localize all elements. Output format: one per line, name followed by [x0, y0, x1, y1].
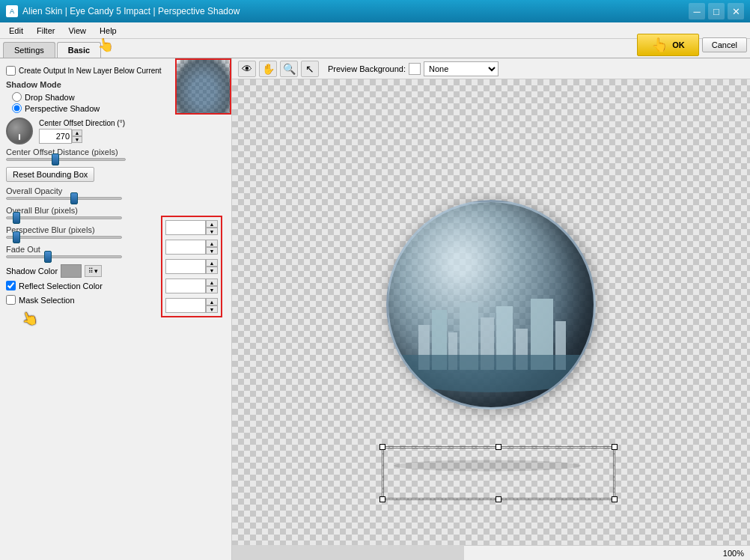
center-offset-direction-label: Center Offset Direction (°)	[39, 119, 125, 127]
fo-spin-up[interactable]: ▲	[206, 298, 218, 305]
selection-right	[614, 447, 615, 499]
overall-blur-spin: 0.00 ▲ ▼	[165, 259, 218, 274]
ob-spin-down[interactable]: ▼	[206, 267, 218, 274]
menu-filter[interactable]: Filter	[31, 25, 61, 37]
bottom-hand-icon: 👆	[19, 308, 40, 329]
overall-opacity-label: Overall Opacity	[6, 186, 225, 195]
handle-bl[interactable]	[379, 496, 385, 502]
maximize-button[interactable]: □	[708, 3, 725, 19]
overall-opacity-thumb[interactable]	[70, 192, 78, 204]
cod-spin-up[interactable]: ▲	[206, 220, 218, 228]
arrow-tool-button[interactable]: ↖	[301, 61, 319, 77]
handle-tr[interactable]	[612, 444, 618, 450]
eye-tool-button[interactable]: 👁	[238, 61, 256, 77]
fishbowl-container	[379, 200, 603, 454]
oo-spin-up[interactable]: ▲	[206, 240, 218, 247]
main-area: Create Output In New Layer Below Current…	[0, 58, 750, 560]
drop-shadow-radio[interactable]	[12, 92, 22, 102]
ob-spin-up[interactable]: ▲	[206, 259, 218, 267]
center-offset-distance-thumb[interactable]	[52, 153, 59, 165]
preview-bg-select[interactable]: None Black White Custom...	[424, 61, 499, 76]
direction-knob[interactable]	[6, 118, 33, 144]
center-offset-distance-label: Center Offset Distance (pixels)	[6, 147, 225, 156]
thumbnail	[175, 58, 231, 115]
zoom-level: 100%	[723, 549, 744, 558]
tab-settings[interactable]: Settings	[3, 42, 55, 58]
perspective-shadow-label: Perspective Shadow	[25, 104, 100, 113]
overall-opacity-track[interactable]	[6, 197, 122, 200]
close-button[interactable]: ✕	[728, 3, 744, 19]
reset-bounding-box-button[interactable]: Reset Bounding Box	[6, 167, 94, 182]
ok-button[interactable]: 👆 OK	[637, 34, 699, 56]
overall-opacity-value[interactable]: 60	[165, 240, 206, 255]
reflect-selection-color-checkbox[interactable]	[6, 281, 16, 290]
handle-br[interactable]	[612, 496, 618, 502]
create-layer-label: Create Output In New Layer Below Current	[19, 67, 162, 75]
center-offset-direction-row: Center Offset Direction (°) ▲ ▼	[6, 118, 225, 144]
perspective-blur-track[interactable]	[6, 236, 122, 239]
overall-blur-thumb[interactable]	[13, 212, 20, 224]
left-panel: Create Output In New Layer Below Current…	[0, 58, 232, 560]
reflect-selection-color-label: Reflect Selection Color	[19, 281, 103, 290]
drop-shadow-label: Drop Shadow	[25, 93, 75, 102]
pb-spin-down[interactable]: ▼	[206, 286, 218, 293]
title-bar: A Alien Skin | Eye Candy 5 Impact | Pers…	[0, 0, 750, 22]
chevron-down-icon: ▾	[94, 267, 98, 275]
perspective-blur-thumb[interactable]	[13, 231, 20, 243]
app-icon: A	[6, 5, 18, 17]
spin-inputs-box: 134.00 ▲ ▼ 60 ▲ ▼ 0.00 ▲ ▼	[161, 216, 222, 317]
right-panel: 👁 ✋ 🔍 ↖ Preview Background: None Black W…	[232, 58, 750, 560]
direction-spin-up[interactable]: ▲	[72, 130, 82, 136]
preview-bg-swatch[interactable]	[409, 63, 421, 75]
shadow-color-swatch[interactable]	[61, 264, 82, 278]
preview-canvas	[232, 79, 750, 545]
handle-tl[interactable]	[379, 444, 385, 450]
fo-spin-down[interactable]: ▼	[206, 305, 218, 313]
handle-tm[interactable]	[496, 444, 501, 450]
color-grid-button[interactable]: ⠿ ▾	[85, 265, 102, 277]
overall-blur-value[interactable]: 0.00	[165, 259, 206, 274]
zoom-tool-button[interactable]: 🔍	[280, 61, 298, 77]
thumbnail-image	[177, 60, 230, 113]
selection-left	[382, 447, 383, 499]
handle-bm[interactable]	[496, 496, 501, 502]
fade-out-track[interactable]	[6, 255, 122, 258]
status-bar: 100%	[464, 545, 750, 560]
selection-box-container	[382, 447, 615, 499]
hand-tool-button[interactable]: ✋	[259, 61, 277, 77]
fishbowl-glass	[386, 200, 596, 410]
fade-out-thumb[interactable]	[44, 251, 52, 263]
overall-blur-track[interactable]	[6, 216, 122, 219]
overall-opacity-row: Overall Opacity	[6, 186, 225, 200]
perspective-blur-value[interactable]: 0.00	[165, 279, 206, 293]
overall-opacity-spin: 60 ▲ ▼	[165, 240, 218, 255]
ok-cursor-icon: 👆	[651, 37, 668, 53]
menu-help[interactable]: Help	[94, 25, 123, 37]
perspective-blur-spin: 0.00 ▲ ▼	[165, 279, 218, 293]
direction-spin-down[interactable]: ▼	[72, 136, 82, 143]
tab-bar: Settings Basic 👆 👆 OK Cancel	[0, 39, 750, 58]
cancel-button[interactable]: Cancel	[702, 37, 747, 52]
cod-spin-down[interactable]: ▼	[206, 228, 218, 235]
tab-cursor-hint: 👆	[96, 35, 115, 54]
center-offset-direction-input[interactable]	[39, 129, 72, 144]
minimize-button[interactable]: ─	[689, 3, 705, 19]
shadow-color-label: Shadow Color	[6, 267, 58, 276]
center-offset-distance-spin: 134.00 ▲ ▼	[165, 220, 218, 235]
create-layer-checkbox[interactable]	[6, 66, 16, 76]
preview-bg-label: Preview Background:	[328, 64, 406, 73]
oo-spin-down[interactable]: ▼	[206, 247, 218, 255]
center-offset-distance-track[interactable]	[6, 158, 126, 161]
preview-toolbar: 👁 ✋ 🔍 ↖ Preview Background: None Black W…	[232, 58, 750, 79]
fade-out-value[interactable]: 25	[165, 298, 206, 313]
perspective-shadow-radio[interactable]	[12, 103, 22, 113]
center-offset-distance-row: Center Offset Distance (pixels)	[6, 147, 225, 161]
fade-out-spin: 25 ▲ ▼	[165, 298, 218, 313]
mask-selection-label: Mask Selection	[19, 296, 75, 305]
tab-basic[interactable]: Basic 👆	[57, 42, 101, 58]
center-offset-distance-value[interactable]: 134.00	[165, 220, 206, 235]
menu-view[interactable]: View	[62, 25, 92, 37]
menu-edit[interactable]: Edit	[3, 25, 29, 37]
mask-selection-checkbox[interactable]	[6, 295, 16, 305]
pb-spin-up[interactable]: ▲	[206, 279, 218, 286]
